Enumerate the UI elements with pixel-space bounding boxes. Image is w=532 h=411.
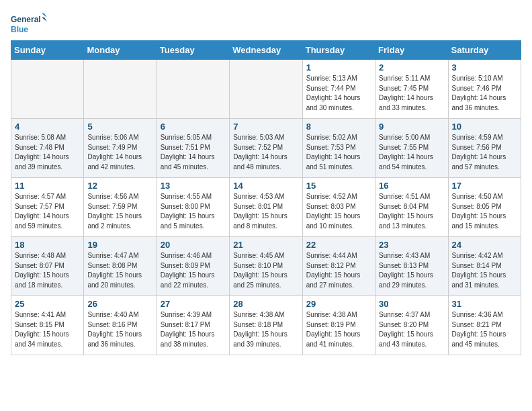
- day-info: Sunrise: 4:36 AM Sunset: 8:21 PM Dayligh…: [452, 310, 517, 349]
- day-info: Sunrise: 5:02 AM Sunset: 7:53 PM Dayligh…: [306, 133, 371, 172]
- day-number: 22: [306, 240, 371, 250]
- weekday-header-saturday: Saturday: [448, 41, 521, 60]
- calendar-cell: 26Sunrise: 4:40 AM Sunset: 8:16 PM Dayli…: [84, 296, 157, 355]
- day-info: Sunrise: 5:10 AM Sunset: 7:46 PM Dayligh…: [452, 74, 517, 113]
- day-info: Sunrise: 4:44 AM Sunset: 8:12 PM Dayligh…: [306, 251, 371, 290]
- week-row-4: 18Sunrise: 4:48 AM Sunset: 8:07 PM Dayli…: [11, 237, 521, 296]
- calendar-cell: 2Sunrise: 5:11 AM Sunset: 7:45 PM Daylig…: [375, 60, 448, 119]
- day-info: Sunrise: 4:38 AM Sunset: 8:19 PM Dayligh…: [306, 310, 371, 349]
- day-info: Sunrise: 4:52 AM Sunset: 8:03 PM Dayligh…: [306, 192, 371, 231]
- svg-marker-3: [42, 17, 47, 21]
- day-number: 16: [379, 181, 444, 191]
- page-header: General Blue: [11, 11, 521, 38]
- day-info: Sunrise: 4:50 AM Sunset: 8:05 PM Dayligh…: [452, 192, 517, 231]
- day-info: Sunrise: 4:53 AM Sunset: 8:01 PM Dayligh…: [233, 192, 298, 231]
- calendar-cell: 11Sunrise: 4:57 AM Sunset: 7:57 PM Dayli…: [11, 178, 84, 237]
- week-row-3: 11Sunrise: 4:57 AM Sunset: 7:57 PM Dayli…: [11, 178, 521, 237]
- day-number: 2: [379, 62, 444, 73]
- day-number: 10: [452, 122, 517, 132]
- calendar-cell: 24Sunrise: 4:42 AM Sunset: 8:14 PM Dayli…: [448, 237, 521, 296]
- day-number: 7: [233, 122, 298, 132]
- calendar-cell: 5Sunrise: 5:06 AM Sunset: 7:49 PM Daylig…: [84, 119, 157, 178]
- day-number: 15: [306, 181, 371, 191]
- weekday-header-row: SundayMondayTuesdayWednesdayThursdayFrid…: [11, 41, 521, 60]
- day-info: Sunrise: 4:39 AM Sunset: 8:17 PM Dayligh…: [161, 310, 226, 349]
- day-info: Sunrise: 4:46 AM Sunset: 8:09 PM Dayligh…: [161, 251, 226, 290]
- day-number: 30: [379, 299, 444, 309]
- calendar-cell: 31Sunrise: 4:36 AM Sunset: 8:21 PM Dayli…: [448, 296, 521, 355]
- weekday-header-thursday: Thursday: [302, 41, 375, 60]
- day-number: 26: [87, 299, 152, 309]
- calendar-cell: 10Sunrise: 4:59 AM Sunset: 7:56 PM Dayli…: [448, 119, 521, 178]
- day-info: Sunrise: 4:55 AM Sunset: 8:00 PM Dayligh…: [161, 192, 226, 231]
- day-number: 19: [87, 240, 152, 250]
- day-number: 6: [161, 122, 226, 132]
- day-info: Sunrise: 4:59 AM Sunset: 7:56 PM Dayligh…: [452, 133, 517, 172]
- calendar-cell: 30Sunrise: 4:37 AM Sunset: 8:20 PM Dayli…: [375, 296, 448, 355]
- day-number: 18: [15, 240, 80, 250]
- day-number: 31: [452, 299, 517, 309]
- calendar-cell: 6Sunrise: 5:05 AM Sunset: 7:51 PM Daylig…: [157, 119, 229, 178]
- day-info: Sunrise: 4:40 AM Sunset: 8:16 PM Dayligh…: [87, 310, 152, 349]
- day-info: Sunrise: 4:41 AM Sunset: 8:15 PM Dayligh…: [15, 310, 80, 349]
- calendar-cell: [11, 60, 84, 119]
- calendar-cell: 16Sunrise: 4:51 AM Sunset: 8:04 PM Dayli…: [375, 178, 448, 237]
- day-info: Sunrise: 4:45 AM Sunset: 8:10 PM Dayligh…: [233, 251, 298, 290]
- day-number: 3: [452, 62, 517, 73]
- day-number: 5: [87, 122, 152, 132]
- day-number: 14: [233, 181, 298, 191]
- day-number: 21: [233, 240, 298, 250]
- day-info: Sunrise: 4:56 AM Sunset: 7:59 PM Dayligh…: [87, 192, 152, 231]
- calendar-cell: 8Sunrise: 5:02 AM Sunset: 7:53 PM Daylig…: [302, 119, 375, 178]
- calendar-cell: 22Sunrise: 4:44 AM Sunset: 8:12 PM Dayli…: [302, 237, 375, 296]
- day-number: 28: [233, 299, 298, 309]
- weekday-header-wednesday: Wednesday: [230, 41, 302, 60]
- day-number: 13: [161, 181, 226, 191]
- calendar-cell: 13Sunrise: 4:55 AM Sunset: 8:00 PM Dayli…: [157, 178, 229, 237]
- calendar-cell: 23Sunrise: 4:43 AM Sunset: 8:13 PM Dayli…: [375, 237, 448, 296]
- calendar-cell: 7Sunrise: 5:03 AM Sunset: 7:52 PM Daylig…: [230, 119, 302, 178]
- day-info: Sunrise: 5:13 AM Sunset: 7:44 PM Dayligh…: [306, 74, 371, 113]
- day-number: 25: [15, 299, 80, 309]
- day-info: Sunrise: 5:11 AM Sunset: 7:45 PM Dayligh…: [379, 74, 444, 113]
- day-number: 1: [306, 62, 371, 73]
- calendar-cell: 27Sunrise: 4:39 AM Sunset: 8:17 PM Dayli…: [157, 296, 229, 355]
- day-info: Sunrise: 4:42 AM Sunset: 8:14 PM Dayligh…: [452, 251, 517, 290]
- day-number: 8: [306, 122, 371, 132]
- calendar-cell: 1Sunrise: 5:13 AM Sunset: 7:44 PM Daylig…: [302, 60, 375, 119]
- day-number: 20: [161, 240, 226, 250]
- calendar-cell: 21Sunrise: 4:45 AM Sunset: 8:10 PM Dayli…: [230, 237, 302, 296]
- calendar-cell: 3Sunrise: 5:10 AM Sunset: 7:46 PM Daylig…: [448, 60, 521, 119]
- day-info: Sunrise: 5:05 AM Sunset: 7:51 PM Dayligh…: [161, 133, 226, 172]
- svg-text:Blue: Blue: [11, 25, 28, 34]
- day-number: 4: [15, 122, 80, 132]
- week-row-5: 25Sunrise: 4:41 AM Sunset: 8:15 PM Dayli…: [11, 296, 521, 355]
- day-info: Sunrise: 4:43 AM Sunset: 8:13 PM Dayligh…: [379, 251, 444, 290]
- weekday-header-sunday: Sunday: [11, 41, 84, 60]
- day-info: Sunrise: 5:03 AM Sunset: 7:52 PM Dayligh…: [233, 133, 298, 172]
- week-row-1: 1Sunrise: 5:13 AM Sunset: 7:44 PM Daylig…: [11, 60, 521, 119]
- calendar-cell: 4Sunrise: 5:08 AM Sunset: 7:48 PM Daylig…: [11, 119, 84, 178]
- weekday-header-monday: Monday: [84, 41, 157, 60]
- week-row-2: 4Sunrise: 5:08 AM Sunset: 7:48 PM Daylig…: [11, 119, 521, 178]
- calendar-cell: 15Sunrise: 4:52 AM Sunset: 8:03 PM Dayli…: [302, 178, 375, 237]
- logo: General Blue: [11, 11, 48, 38]
- calendar-cell: 28Sunrise: 4:38 AM Sunset: 8:18 PM Dayli…: [230, 296, 302, 355]
- calendar-cell: 14Sunrise: 4:53 AM Sunset: 8:01 PM Dayli…: [230, 178, 302, 237]
- day-number: 29: [306, 299, 371, 309]
- day-number: 27: [161, 299, 226, 309]
- day-info: Sunrise: 4:38 AM Sunset: 8:18 PM Dayligh…: [233, 310, 298, 349]
- day-number: 9: [379, 122, 444, 132]
- day-number: 24: [452, 240, 517, 250]
- day-number: 12: [87, 181, 152, 191]
- day-number: 17: [452, 181, 517, 191]
- logo-svg: General Blue: [11, 11, 48, 38]
- day-info: Sunrise: 5:00 AM Sunset: 7:55 PM Dayligh…: [379, 133, 444, 172]
- calendar-cell: 20Sunrise: 4:46 AM Sunset: 8:09 PM Dayli…: [157, 237, 229, 296]
- day-number: 23: [379, 240, 444, 250]
- day-info: Sunrise: 4:57 AM Sunset: 7:57 PM Dayligh…: [15, 192, 80, 231]
- day-info: Sunrise: 4:47 AM Sunset: 8:08 PM Dayligh…: [87, 251, 152, 290]
- calendar-cell: 9Sunrise: 5:00 AM Sunset: 7:55 PM Daylig…: [375, 119, 448, 178]
- calendar-cell: [230, 60, 302, 119]
- day-info: Sunrise: 4:51 AM Sunset: 8:04 PM Dayligh…: [379, 192, 444, 231]
